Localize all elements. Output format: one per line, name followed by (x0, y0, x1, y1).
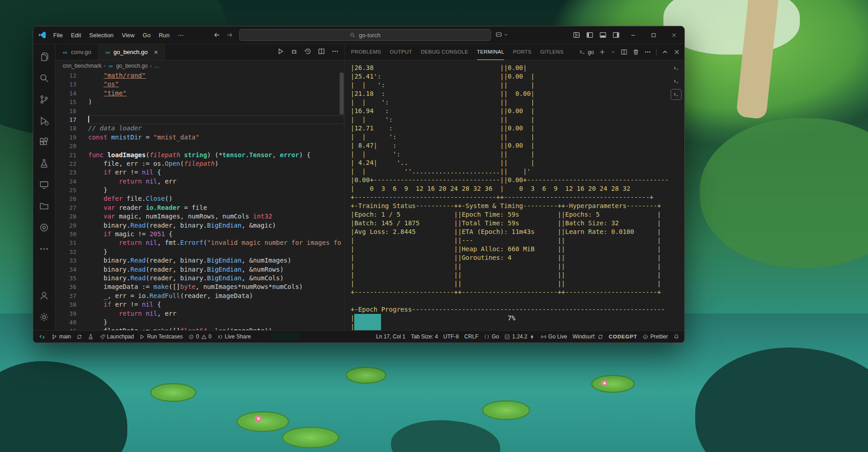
kill-terminal-button[interactable] (632, 49, 639, 55)
settings-button[interactable] (33, 306, 55, 328)
timeline-button[interactable] (304, 48, 311, 57)
line-number: 40 (55, 318, 88, 327)
close-window-button[interactable] (664, 26, 684, 44)
menu-item-file[interactable]: File (49, 30, 67, 40)
source-control-icon (39, 94, 49, 104)
menu-item-edit[interactable]: Edit (67, 30, 85, 40)
problems[interactable]: 00 (186, 331, 214, 343)
debug-file-button[interactable] (291, 48, 298, 57)
panel-tab-terminal[interactable]: TERMINAL (477, 44, 505, 60)
tab-conv.go[interactable]: GOconv.go (55, 44, 98, 60)
sidebar-item-run-and-debug[interactable] (33, 110, 55, 131)
terminal-output[interactable]: |26.38 ||0.00||25.41': ||0.00 || | ': ||… (345, 60, 668, 330)
text-cursor (88, 116, 89, 123)
files-icon (39, 52, 49, 62)
codegpt[interactable]: CODEGPT (606, 331, 640, 343)
panel-more-actions-button[interactable] (644, 49, 651, 55)
breadcrumb-item[interactable]: … (154, 63, 160, 69)
navigate-forward-button[interactable] (226, 31, 233, 39)
notifications[interactable] (671, 331, 682, 343)
terminal-line: | | ': || | (351, 133, 668, 141)
sidebar-item-extensions[interactable] (33, 131, 55, 153)
code-line: 20 (55, 142, 344, 150)
terminal-profile-dropdown[interactable] (611, 50, 616, 55)
line-number: 12 (55, 71, 88, 80)
accounts-button[interactable] (33, 285, 55, 306)
panel-tab-gitlens[interactable]: GITLENS (540, 44, 563, 60)
panel-tab-debug-console[interactable]: DEBUG CONSOLE (421, 44, 468, 60)
sync-icon (76, 334, 82, 340)
maximize-button[interactable] (643, 26, 664, 44)
toggle-primary-sidebar-button[interactable] (586, 31, 593, 39)
sidebar-item-more[interactable] (33, 238, 55, 259)
git-branch[interactable]: main (49, 331, 74, 343)
breadcrumb-item[interactable]: cnn_benchmark (63, 63, 101, 69)
new-terminal-button[interactable] (599, 49, 606, 55)
close-icon (671, 32, 677, 38)
sidebar-item-source-control[interactable] (33, 89, 55, 110)
menu-item-go[interactable]: Go (139, 30, 155, 40)
command-center-search[interactable]: go-torch (239, 29, 491, 41)
code-text: return nil, err (88, 177, 344, 186)
chevron-right-icon: › (150, 63, 152, 69)
sidebar-item-testing[interactable] (33, 153, 55, 174)
sidebar-item-remote-explorer[interactable] (33, 174, 55, 195)
flask-icon (39, 159, 49, 169)
eol-sequence[interactable]: CRLF (462, 331, 481, 343)
maximize-panel-button[interactable] (662, 49, 668, 55)
panel-tab-output[interactable]: OUTPUT (390, 44, 412, 60)
go-live[interactable]: Go Live (538, 331, 570, 343)
testing-status[interactable] (85, 331, 96, 343)
sidebar-item-search[interactable] (33, 67, 55, 89)
editor-more-actions-button[interactable] (331, 48, 339, 57)
sidebar-item-explorer[interactable] (33, 46, 55, 67)
indentation[interactable]: Tab Size: 4 (408, 331, 441, 343)
menu-item-view[interactable]: View (118, 30, 139, 40)
split-terminal-button[interactable] (621, 49, 627, 55)
menu-item-selection[interactable]: Selection (85, 30, 117, 40)
terminal-line: | || || | (351, 271, 668, 279)
go-version[interactable]: 1.24.2 (502, 331, 537, 343)
toggle-secondary-sidebar-button[interactable] (612, 31, 620, 39)
terminal-tab[interactable] (671, 63, 681, 73)
chevron-down-icon[interactable] (503, 32, 508, 37)
run-file-button[interactable] (277, 48, 284, 57)
line-number: 19 (55, 133, 88, 142)
tab-go_bench.go[interactable]: GOgo_bench.go× (98, 44, 165, 60)
launchpad[interactable]: Launchpad (96, 331, 136, 343)
sync-changes[interactable] (74, 331, 85, 343)
navigate-back-button[interactable] (213, 31, 221, 39)
panel-tab-ports[interactable]: PORTS (513, 44, 532, 60)
terminal-tab-selected[interactable] (671, 89, 681, 99)
language-mode[interactable]: Go (481, 331, 502, 343)
sidebar-item-extension[interactable] (33, 217, 55, 238)
copilot-icon[interactable] (495, 31, 502, 38)
close-tab-icon[interactable]: × (154, 49, 158, 55)
remote-indicator[interactable] (35, 331, 49, 343)
customize-layout-button[interactable] (573, 31, 580, 39)
windsurf-status[interactable]: Windsurf: (570, 331, 606, 343)
live-share[interactable]: Live Share (214, 331, 253, 343)
breadcrumb-item[interactable]: go_bench.go (116, 63, 147, 69)
menu-item-more[interactable]: ⋯ (174, 30, 188, 40)
terminal-icon (673, 78, 679, 84)
split-editor-button[interactable] (318, 48, 325, 57)
code-editor[interactable]: 12 "math/rand"13 "os"14 "time"15)161718/… (55, 71, 344, 330)
terminal-profile-button[interactable]: go (579, 49, 594, 55)
code-text: _, err = io.ReadFull(reader, imageData) (88, 292, 344, 300)
editor-scrollbar[interactable] (340, 73, 344, 114)
panel-tab-problems[interactable]: PROBLEMS (351, 44, 381, 60)
encoding[interactable]: UTF-8 (441, 331, 462, 343)
toggle-panel-button[interactable] (599, 31, 607, 39)
prettier-status[interactable]: Prettier (640, 331, 671, 343)
run-testcases[interactable]: Run Testcases (136, 331, 186, 343)
code-line: 21func loadImages(filepath string) (*ten… (55, 151, 344, 159)
line-number: 18 (55, 124, 88, 133)
sidebar-item-containers[interactable] (33, 195, 55, 217)
terminal-tab[interactable] (671, 76, 681, 86)
close-panel-button[interactable] (673, 49, 680, 55)
error-icon (188, 334, 194, 340)
minimize-button[interactable] (623, 26, 643, 44)
cursor-position[interactable]: Ln 17, Col 1 (373, 331, 408, 343)
menu-item-run[interactable]: Run (155, 30, 174, 40)
